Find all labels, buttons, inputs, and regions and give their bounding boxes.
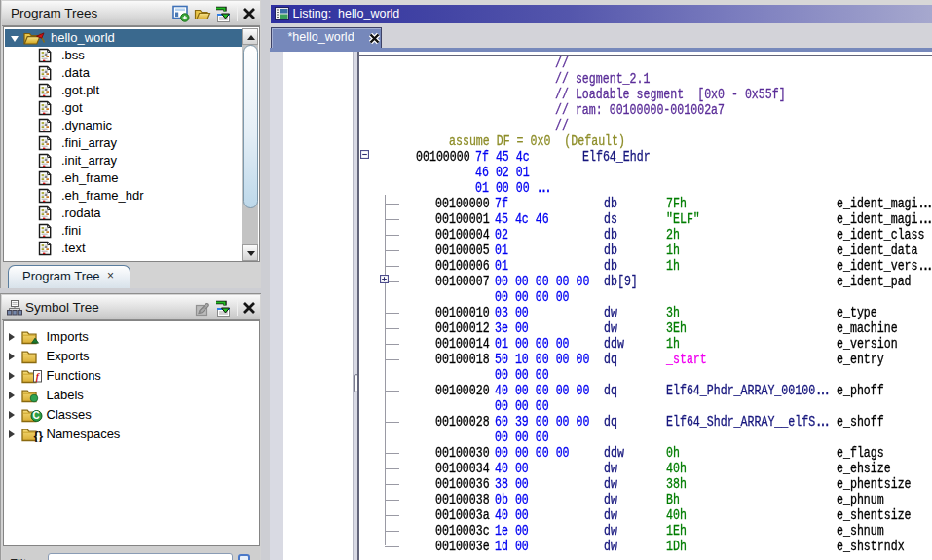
svg-text:C: C	[32, 410, 39, 421]
svg-text:{}: {}	[34, 429, 44, 443]
